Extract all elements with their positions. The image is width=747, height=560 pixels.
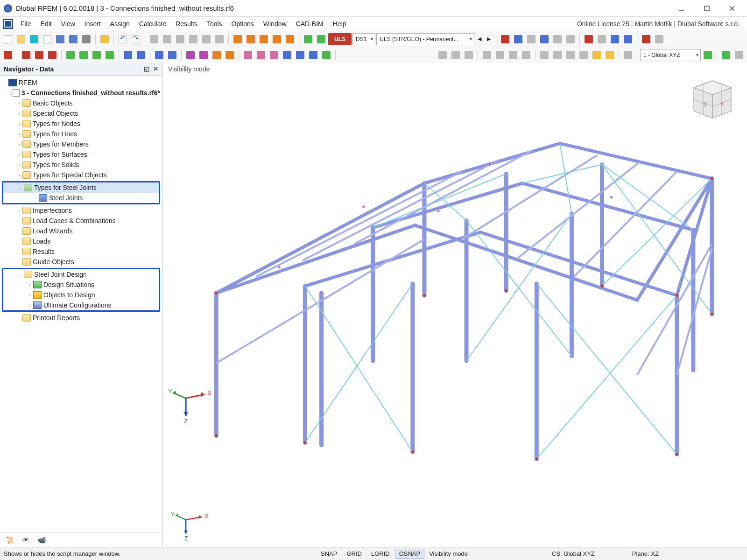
tree-item[interactable]: ›Types for Lines: [0, 129, 162, 139]
tree-item[interactable]: ›Special Objects: [0, 108, 162, 119]
d1-button[interactable]: [122, 49, 134, 61]
undo-button[interactable]: [117, 33, 129, 45]
table2-button[interactable]: [161, 33, 173, 45]
view7-button[interactable]: [583, 33, 595, 45]
m1-button[interactable]: [153, 49, 165, 61]
r13-button[interactable]: [604, 49, 616, 61]
r12-button[interactable]: [591, 49, 603, 61]
r3-button[interactable]: [463, 49, 475, 61]
menu-help[interactable]: Help: [328, 18, 351, 29]
table6-button[interactable]: [213, 33, 226, 45]
eye-icon[interactable]: 👁: [20, 535, 32, 545]
snap-toggle[interactable]: SNAP: [317, 549, 341, 559]
view5-button[interactable]: [551, 33, 564, 45]
grid-toggle[interactable]: GRID: [342, 549, 366, 559]
report-button[interactable]: [99, 33, 111, 45]
viewport-3d[interactable]: Visibility mode -y -x: [162, 63, 747, 547]
new-button[interactable]: [2, 33, 14, 45]
tree-steel-joints-group[interactable]: ⌵Types for Steel Joints: [3, 182, 159, 193]
sel2-button[interactable]: [20, 49, 32, 61]
l1-button[interactable]: [242, 49, 254, 61]
view4-button[interactable]: [538, 33, 550, 45]
tree-item[interactable]: ›Types for Solids: [0, 160, 162, 170]
l6-button[interactable]: [307, 49, 319, 61]
viz-button[interactable]: [720, 49, 732, 61]
vis2-button[interactable]: [653, 33, 665, 45]
tree-steel-design-group[interactable]: ⌵Steel Joint Design: [3, 269, 159, 280]
maximize-button[interactable]: [698, 2, 715, 15]
vis1-button[interactable]: [640, 33, 652, 45]
table4-button[interactable]: [187, 33, 199, 45]
tree-ultimate-config[interactable]: ›Ultimate Configurations: [3, 300, 159, 310]
tree-item[interactable]: ›Types for Special Objects: [0, 170, 162, 180]
tree-item[interactable]: ›Basic Objects: [0, 98, 162, 108]
menu-view[interactable]: View: [56, 18, 80, 29]
menu-calculate[interactable]: Calculate: [134, 18, 171, 29]
view2-button[interactable]: [512, 33, 524, 45]
view6-button[interactable]: [564, 33, 577, 45]
r7-button[interactable]: [520, 49, 532, 61]
model-button[interactable]: [41, 33, 53, 45]
menu-edit[interactable]: Edit: [36, 18, 56, 29]
tree-item[interactable]: ›Types for Nodes: [0, 119, 162, 129]
sel3-button[interactable]: [33, 49, 45, 61]
d2-button[interactable]: [135, 49, 147, 61]
save-all-button[interactable]: [67, 33, 79, 45]
navigation-cube[interactable]: -y -x: [684, 74, 736, 125]
table3-button[interactable]: [174, 33, 186, 45]
calc2-button[interactable]: [245, 33, 257, 45]
tree-item[interactable]: ›Types for Surfaces: [0, 149, 162, 160]
r5-button[interactable]: [494, 49, 506, 61]
l2-button[interactable]: [255, 49, 267, 61]
save-button[interactable]: [54, 33, 66, 45]
tree-design-situations[interactable]: ›Design Situations: [3, 280, 159, 290]
tree-root[interactable]: RFEM: [0, 77, 162, 88]
sel1-button[interactable]: [2, 49, 14, 61]
close-button[interactable]: [724, 2, 740, 15]
calc4-button[interactable]: [271, 33, 283, 45]
menu-results[interactable]: Results: [171, 18, 202, 29]
n2-button[interactable]: [78, 49, 90, 61]
r4-button[interactable]: [481, 49, 493, 61]
tree-model[interactable]: ⌵3 - Connections finished_without result…: [0, 88, 162, 98]
uls-badge[interactable]: ULS: [328, 33, 352, 45]
l3-button[interactable]: [268, 49, 280, 61]
n3-button[interactable]: [91, 49, 103, 61]
tree-item[interactable]: ›Imperfections: [0, 205, 162, 216]
s2-button[interactable]: [197, 49, 210, 61]
open-button[interactable]: [15, 33, 27, 45]
navigator-tree[interactable]: RFEM ⌵3 - Connections finished_without r…: [0, 76, 162, 532]
n1-button[interactable]: [64, 49, 77, 61]
r10-button[interactable]: [564, 49, 577, 61]
n4-button[interactable]: [104, 49, 116, 61]
menu-window[interactable]: Window: [259, 18, 291, 29]
menu-assign[interactable]: Assign: [106, 18, 134, 29]
view3-button[interactable]: [525, 33, 537, 45]
l4-button[interactable]: [281, 49, 293, 61]
calc1-button[interactable]: [232, 33, 244, 45]
s1-button[interactable]: [184, 49, 197, 61]
m2-button[interactable]: [166, 49, 178, 61]
tree-printout[interactable]: Printout Reports: [0, 313, 162, 323]
r6-button[interactable]: [507, 49, 519, 61]
tree-item[interactable]: Load Wizards: [0, 226, 162, 236]
r8-button[interactable]: [538, 49, 550, 61]
tree-steel-joints[interactable]: Steel Joints: [3, 193, 159, 203]
sel4-button[interactable]: [46, 49, 58, 61]
menu-cad-bim[interactable]: CAD-BIM: [291, 18, 328, 29]
ds-combo[interactable]: DS1: [352, 33, 375, 45]
menu-insert[interactable]: Insert: [80, 18, 106, 29]
tree-item[interactable]: Guide Objects: [0, 257, 162, 267]
global-axes-combo[interactable]: 1 - Global XYZ: [640, 49, 701, 61]
script-icon[interactable]: 📜: [4, 535, 16, 545]
load-combo[interactable]: ULS (STR/GEO) - Permanent...: [376, 33, 474, 45]
minimize-button[interactable]: [673, 2, 690, 15]
redo-button[interactable]: [130, 33, 142, 45]
undock-icon[interactable]: ◱: [144, 65, 149, 72]
view10-button[interactable]: [622, 33, 634, 45]
menu-options[interactable]: Options: [227, 18, 259, 29]
block-button[interactable]: [28, 33, 40, 45]
next-loadcase-button[interactable]: ▶: [485, 34, 493, 44]
menu-tools[interactable]: Tools: [202, 18, 227, 29]
r11-button[interactable]: [578, 49, 590, 61]
